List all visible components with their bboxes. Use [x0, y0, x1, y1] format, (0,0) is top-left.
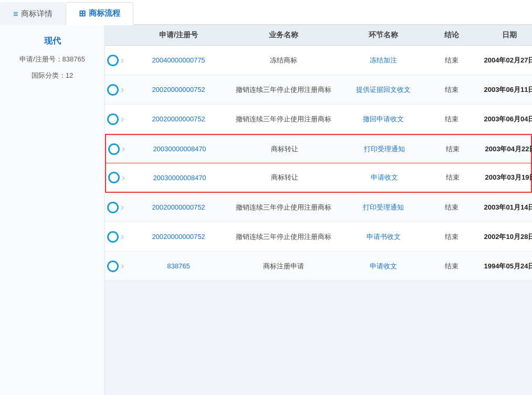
- step-name-cell: 撤回申请收文: [336, 115, 431, 124]
- col-header-circle: [105, 30, 126, 40]
- date-cell: 2003年04月22日: [474, 144, 532, 154]
- timeline-circle: [108, 172, 120, 183]
- timeline-circle: [107, 84, 119, 96]
- app-no-cell[interactable]: 20030000008470: [127, 145, 232, 153]
- table-header: 申请/注册号 业务名称 环节名称 结论 日期: [105, 25, 532, 46]
- main-container: ≡ 商标详情 ⊞ 商标流程 现代 申请/注册号：838765 国际分类：12 申…: [0, 0, 532, 395]
- left-panel: 现代 申请/注册号：838765 国际分类：12: [0, 25, 105, 395]
- arrow-right-icon: ›: [121, 231, 124, 242]
- date-cell: 2003年06月11日: [473, 85, 532, 95]
- date-cell: 2002年10月28日: [473, 232, 532, 242]
- conclusion-cell: 结束: [431, 262, 473, 271]
- tab-trademark-detail[interactable]: ≡ 商标详情: [0, 2, 66, 25]
- table-row[interactable]: › 20020000000752撤销连续三年停止使用注册商标申请书收文结束200…: [105, 222, 532, 252]
- step-name-cell: 申请书收文: [336, 232, 431, 242]
- app-no-cell[interactable]: 20030000008470: [127, 174, 232, 182]
- table-row[interactable]: › 20020000000752撤销连续三年停止使用注册商标提供证据回文收文结束…: [105, 75, 532, 105]
- timeline-circle: [107, 113, 119, 125]
- arrow-right-icon: ›: [121, 55, 124, 66]
- int-class-info: 国际分类：12: [32, 69, 73, 81]
- date-cell: 2004年02月27日: [473, 56, 532, 65]
- table-row[interactable]: › 20020000000752撤销连续三年停止使用注册商标打印受理通知结束20…: [105, 193, 532, 222]
- date-cell: 2003年01月14日: [473, 203, 532, 212]
- date-cell: 2003年03月19日: [474, 173, 532, 182]
- circle-cell: ›: [105, 84, 126, 96]
- arrow-right-icon: ›: [122, 172, 125, 183]
- step-name-cell: 打印受理通知: [337, 144, 432, 154]
- conclusion-cell: 结束: [431, 115, 473, 124]
- biz-name-cell: 撤销连续三年停止使用注册商标: [231, 232, 336, 242]
- right-panel: 申请/注册号 业务名称 环节名称 结论 日期 › 20040000000775冻…: [105, 25, 532, 395]
- col-header-app-no: 申请/注册号: [126, 30, 231, 40]
- biz-name-cell: 商标转让: [232, 144, 337, 154]
- biz-name-cell: 撤销连续三年停止使用注册商标: [231, 115, 336, 124]
- tabs-bar: ≡ 商标详情 ⊞ 商标流程: [0, 0, 532, 25]
- col-header-date: 日期: [473, 30, 532, 40]
- step-name-cell: 申请收文: [336, 262, 431, 271]
- table-row[interactable]: › 838765商标注册申请申请收文结束1994年05月24日: [105, 252, 532, 281]
- tab-trademark-detail-label: 商标详情: [21, 9, 53, 19]
- arrow-right-icon: ›: [121, 113, 124, 124]
- col-header-biz-name: 业务名称: [231, 30, 336, 40]
- conclusion-cell: 结束: [432, 173, 474, 182]
- timeline-circle: [107, 231, 119, 243]
- conclusion-cell: 结束: [431, 85, 473, 95]
- circle-cell: ›: [106, 172, 127, 183]
- trademark-flow-icon: ⊞: [79, 8, 86, 18]
- biz-name-cell: 商标注册申请: [231, 262, 336, 271]
- table-body[interactable]: › 20040000000775冻结商标冻结加注结束2004年02月27日 › …: [105, 46, 532, 389]
- biz-name-cell: 冻结商标: [231, 56, 336, 65]
- conclusion-cell: 结束: [432, 144, 474, 154]
- app-no-cell[interactable]: 20040000000775: [126, 56, 231, 64]
- app-no-cell[interactable]: 20020000000752: [126, 115, 231, 123]
- step-name-cell: 申请收文: [337, 173, 432, 182]
- timeline-circle: [107, 55, 119, 66]
- app-no-cell[interactable]: 838765: [126, 262, 231, 270]
- content-area: 现代 申请/注册号：838765 国际分类：12 申请/注册号 业务名称 环节名…: [0, 25, 532, 395]
- tab-trademark-flow[interactable]: ⊞ 商标流程: [66, 2, 133, 25]
- biz-name-cell: 撤销连续三年停止使用注册商标: [231, 203, 336, 212]
- app-no-cell[interactable]: 20020000000752: [126, 203, 231, 211]
- step-name-cell: 打印受理通知: [336, 203, 431, 212]
- app-no-cell[interactable]: 20020000000752: [126, 86, 231, 93]
- timeline-circle: [107, 261, 119, 272]
- table-row[interactable]: › 20020000000752撤销连续三年停止使用注册商标撤回申请收文结束20…: [105, 105, 532, 134]
- conclusion-cell: 结束: [431, 232, 473, 242]
- col-header-step-name: 环节名称: [336, 30, 431, 40]
- conclusion-cell: 结束: [431, 56, 473, 65]
- trademark-detail-icon: ≡: [13, 9, 18, 19]
- circle-cell: ›: [105, 55, 126, 66]
- brand-name: 现代: [44, 36, 61, 47]
- arrow-right-icon: ›: [121, 261, 124, 272]
- timeline-circle: [107, 202, 119, 213]
- circle-cell: ›: [105, 113, 126, 125]
- date-cell: 1994年05月24日: [473, 262, 532, 271]
- circle-cell: ›: [105, 261, 126, 272]
- col-header-conclusion: 结论: [431, 30, 473, 40]
- circle-cell: ›: [105, 231, 126, 243]
- circle-cell: ›: [106, 143, 127, 155]
- date-cell: 2003年06月04日: [473, 115, 532, 124]
- biz-name-cell: 商标转让: [232, 173, 337, 182]
- app-no-cell[interactable]: 20020000000752: [126, 233, 231, 241]
- circle-cell: ›: [105, 202, 126, 213]
- table-row[interactable]: › 20030000008470商标转让申请收文结束2003年03月19日: [105, 163, 532, 193]
- step-name-cell: 提供证据回文收文: [336, 85, 431, 95]
- step-name-cell: 冻结加注: [336, 56, 431, 65]
- conclusion-cell: 结束: [431, 203, 473, 212]
- table-row[interactable]: › 20040000000775冻结商标冻结加注结束2004年02月27日: [105, 46, 532, 75]
- tab-trademark-flow-label: 商标流程: [89, 8, 120, 18]
- app-no-info: 申请/注册号：838765: [19, 53, 85, 65]
- arrow-right-icon: ›: [121, 202, 124, 213]
- biz-name-cell: 撤销连续三年停止使用注册商标: [231, 85, 336, 95]
- timeline-circle: [108, 143, 120, 155]
- arrow-right-icon: ›: [122, 143, 125, 154]
- arrow-right-icon: ›: [121, 84, 124, 95]
- table-row[interactable]: › 20030000008470商标转让打印受理通知结束2003年04月22日: [105, 134, 532, 163]
